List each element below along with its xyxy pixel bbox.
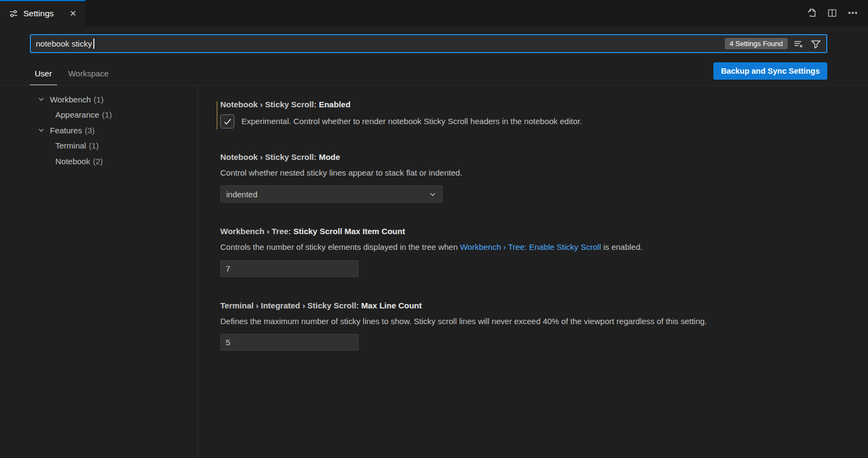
- more-actions-icon[interactable]: ⋯: [845, 5, 860, 21]
- editor-actions: ⋯: [804, 0, 868, 25]
- setting-link-enable-sticky-scroll[interactable]: Workbench › Tree: Enable Sticky Scroll: [460, 242, 601, 251]
- setting-title: Notebook › Sticky Scroll: Enabled: [220, 100, 857, 109]
- setting-title: Terminal › Integrated › Sticky Scroll: M…: [220, 301, 857, 310]
- text-caret: [93, 38, 94, 49]
- settings-body: Workbench (1) Appearance (1) Features (3…: [0, 86, 868, 457]
- settings-scope-header: User Workspace Backup and Sync Settings: [0, 60, 868, 86]
- toc-count: (1): [102, 110, 112, 119]
- toc-item-terminal[interactable]: Terminal (1): [0, 138, 197, 154]
- clear-search-results-icon[interactable]: [792, 37, 805, 50]
- toc-count: (1): [94, 95, 104, 104]
- settings-list: Notebook › Sticky Scroll: Enabled Experi…: [198, 86, 868, 457]
- search-input[interactable]: notebook sticky 4 Settings Found: [30, 34, 827, 53]
- chevron-down-icon: [429, 190, 437, 198]
- setting-description: Defines the maximum number of sticky lin…: [220, 316, 857, 327]
- setting-notebook-sticky-scroll-enabled: Notebook › Sticky Scroll: Enabled Experi…: [220, 100, 857, 128]
- backup-and-sync-settings-button[interactable]: Backup and Sync Settings: [713, 62, 827, 80]
- max-item-count-input[interactable]: [220, 260, 359, 277]
- toc-item-appearance[interactable]: Appearance (1): [0, 107, 197, 123]
- setting-description: Experimental. Control whether to render …: [241, 116, 582, 127]
- settings-toc-tree: Workbench (1) Appearance (1) Features (3…: [0, 86, 198, 457]
- tab-title: Settings: [23, 9, 62, 18]
- setting-terminal-sticky-scroll-max-line-count: Terminal › Integrated › Sticky Scroll: M…: [220, 301, 857, 351]
- toc-item-notebook[interactable]: Notebook (2): [0, 153, 197, 169]
- toc-count: (2): [93, 157, 103, 166]
- chevron-down-icon[interactable]: [37, 95, 46, 104]
- editor-tab-bar: Settings ✕ ⋯: [0, 0, 868, 26]
- setting-workbench-tree-sticky-scroll-max-item-count: Workbench › Tree: Sticky Scroll Max Item…: [220, 227, 857, 276]
- sliders-settings-icon: [9, 9, 18, 18]
- toc-item-features[interactable]: Features (3): [0, 122, 197, 138]
- search-controls: 4 Settings Found: [725, 37, 822, 50]
- tab-settings[interactable]: Settings ✕: [0, 0, 86, 25]
- setting-description: Controls the number of sticky elements d…: [220, 242, 857, 253]
- scope-tab-workspace[interactable]: Workspace: [63, 69, 114, 85]
- search-input-value: notebook sticky: [36, 39, 92, 48]
- settings-search-row: notebook sticky 4 Settings Found: [30, 34, 827, 53]
- setting-title: Workbench › Tree: Sticky Scroll Max Item…: [220, 227, 857, 236]
- split-editor-icon[interactable]: [825, 5, 840, 21]
- scope-tab-user[interactable]: User: [30, 69, 57, 85]
- toc-item-workbench[interactable]: Workbench (1): [0, 92, 197, 107]
- mode-select-dropdown[interactable]: indented: [220, 185, 443, 203]
- setting-description: Control whether nested sticky lines appe…: [220, 167, 857, 178]
- chevron-down-icon[interactable]: [37, 126, 46, 134]
- open-settings-json-icon[interactable]: [804, 5, 819, 21]
- select-value: indented: [226, 190, 429, 199]
- max-line-count-input[interactable]: [220, 334, 359, 351]
- toc-count: (3): [85, 126, 94, 135]
- results-count-badge: 4 Settings Found: [725, 38, 788, 49]
- setting-notebook-sticky-scroll-mode: Notebook › Sticky Scroll: Mode Control w…: [220, 152, 857, 203]
- toc-count: (1): [89, 141, 99, 150]
- close-icon[interactable]: ✕: [67, 8, 79, 20]
- checkbox-checked[interactable]: [220, 114, 234, 128]
- setting-title: Notebook › Sticky Scroll: Mode: [220, 152, 857, 162]
- filter-settings-icon[interactable]: [809, 37, 822, 50]
